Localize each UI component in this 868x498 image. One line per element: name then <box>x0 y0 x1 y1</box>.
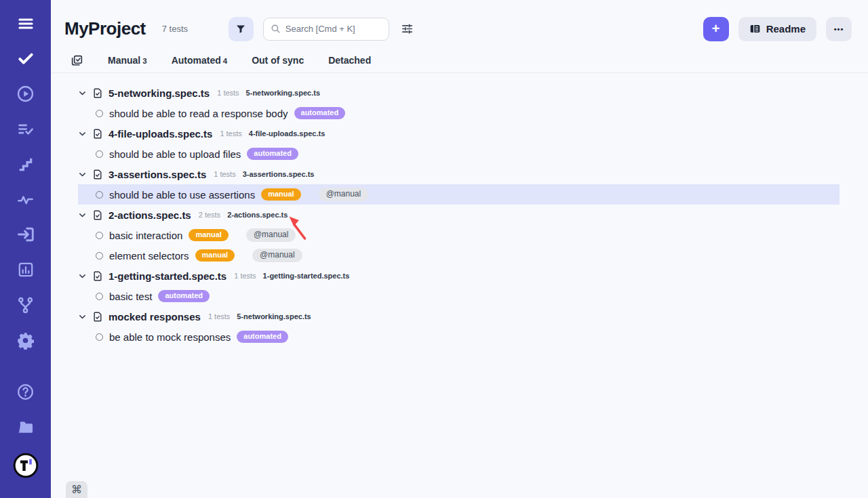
test-status-icon <box>96 333 103 341</box>
test-row[interactable]: should be able to read a response body a… <box>78 103 840 123</box>
tabs-row: Manual3 Automated4 Out of sync Detached <box>51 48 868 73</box>
search-box[interactable] <box>263 18 389 41</box>
automated-badge: automated <box>158 290 210 302</box>
tab-automated[interactable]: Automated4 <box>172 55 228 66</box>
activity-icon[interactable] <box>16 190 36 209</box>
test-row[interactable]: basic test automated <box>78 286 840 306</box>
test-row[interactable]: element selectors manual @manual <box>78 245 840 266</box>
test-status-icon <box>96 150 103 158</box>
file-row[interactable]: 5-networking.spec.ts 1 tests 5-networkin… <box>78 83 840 103</box>
chevron-down-icon[interactable] <box>78 170 87 179</box>
file-check-icon <box>92 209 103 221</box>
manual-badge: manual <box>189 229 229 241</box>
chevron-down-icon[interactable] <box>78 129 87 138</box>
chevron-down-icon[interactable] <box>78 272 87 281</box>
tab-manual-count: 3 <box>142 57 146 65</box>
tag-pill: @manual <box>252 249 302 262</box>
file-check-icon <box>92 87 103 99</box>
header: MyProject 7 tests + Readme ••• <box>51 0 868 42</box>
test-row[interactable]: should be able to upload files automated <box>78 144 840 164</box>
add-button[interactable]: + <box>703 17 729 41</box>
play-circle-icon[interactable] <box>16 84 36 103</box>
funnel-icon <box>235 24 246 35</box>
tab-automated-count: 4 <box>223 57 227 65</box>
test-row-selected[interactable]: should be able to use assertions manual … <box>78 184 840 205</box>
manual-badge: manual <box>195 249 235 262</box>
test-row[interactable]: basic interaction manual @manual <box>78 225 840 245</box>
test-status-icon <box>96 293 103 300</box>
file-row[interactable]: 2-actions.spec.ts 2 tests 2-actions.spec… <box>78 205 840 225</box>
automated-badge: automated <box>237 331 288 343</box>
filter-button[interactable] <box>229 17 254 41</box>
file-check-icon <box>92 270 103 282</box>
command-key-badge: ⌘ <box>66 481 87 498</box>
tests-count: 7 tests <box>162 24 203 34</box>
tab-manual[interactable]: Manual3 <box>108 55 147 66</box>
file-check-icon <box>92 128 103 140</box>
folder-icon[interactable] <box>16 417 36 436</box>
menu-icon[interactable] <box>16 15 36 33</box>
chevron-down-icon[interactable] <box>78 312 87 321</box>
app-logo[interactable] <box>13 453 39 478</box>
checklist-icon[interactable] <box>16 119 36 138</box>
file-row[interactable]: 3-assertions.spec.ts 1 tests 3-assertion… <box>78 164 840 184</box>
test-status-icon <box>96 252 103 260</box>
file-check-icon <box>92 311 103 323</box>
tune-icon[interactable] <box>401 22 414 35</box>
command-icon: ⌘ <box>71 483 82 496</box>
ellipsis-icon: ••• <box>834 25 844 33</box>
test-tree: 5-networking.spec.ts 1 tests 5-networkin… <box>51 73 868 347</box>
gear-icon[interactable] <box>16 331 36 350</box>
plus-icon: + <box>712 21 720 37</box>
file-row[interactable]: 1-getting-started.spec.ts 1 tests 1-gett… <box>78 266 840 286</box>
help-icon[interactable] <box>16 382 36 401</box>
select-all-icon[interactable] <box>71 54 83 67</box>
test-status-icon <box>96 191 103 199</box>
tab-out-of-sync[interactable]: Out of sync <box>252 55 304 66</box>
enter-icon[interactable] <box>16 225 36 244</box>
test-status-icon <box>96 232 103 239</box>
readme-button[interactable]: Readme <box>738 17 816 41</box>
git-branch-icon[interactable] <box>16 295 36 314</box>
more-button[interactable]: ••• <box>826 17 852 41</box>
manual-badge: manual <box>261 188 301 201</box>
main-panel: MyProject 7 tests + Readme ••• <box>51 0 868 498</box>
sidebar <box>0 0 51 498</box>
file-row[interactable]: mocked responses 1 tests 5-networking.sp… <box>78 306 840 327</box>
book-icon <box>749 23 761 35</box>
automated-badge: automated <box>247 148 298 160</box>
file-check-icon <box>92 169 103 180</box>
tab-detached[interactable]: Detached <box>328 55 371 66</box>
steps-icon[interactable] <box>16 154 36 173</box>
check-icon[interactable] <box>16 49 36 68</box>
tag-pill: @manual <box>246 228 296 242</box>
automated-badge: automated <box>294 107 346 119</box>
test-status-icon <box>96 110 103 117</box>
chevron-down-icon[interactable] <box>78 211 87 220</box>
page-title: MyProject <box>64 18 146 39</box>
file-row[interactable]: 4-file-uploads.spec.ts 1 tests 4-file-up… <box>78 123 840 144</box>
search-icon <box>271 24 281 34</box>
chevron-down-icon[interactable] <box>78 89 87 98</box>
search-input[interactable] <box>285 24 382 34</box>
test-row[interactable]: be able to mock responses automated <box>78 327 840 347</box>
readme-label: Readme <box>766 23 806 35</box>
bar-chart-icon[interactable] <box>16 260 36 279</box>
tag-pill: @manual <box>319 188 369 201</box>
